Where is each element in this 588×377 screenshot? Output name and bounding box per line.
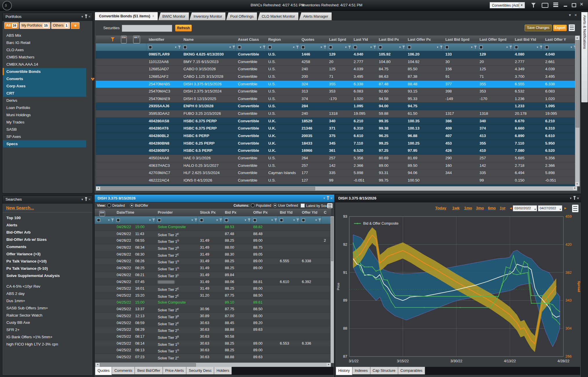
search-list-item[interactable]: Bid-Offer Arb xyxy=(3,229,92,236)
chart-tab[interactable]: Comparables xyxy=(398,367,425,374)
portfolio-list-item[interactable]: Corp Axes xyxy=(3,82,86,90)
quote-row[interactable]: 04/25/2208:59Solve Tier 2E30.6388.4589.2… xyxy=(95,320,331,327)
portfolio-list-item[interactable]: Muni Holdings xyxy=(3,111,92,119)
column-filter[interactable] xyxy=(96,43,146,51)
column-filter[interactable]: ▼ xyxy=(278,216,299,224)
chart-tab[interactable]: Cap Structure xyxy=(370,367,398,374)
search-list-item[interactable]: Comments xyxy=(3,243,92,250)
scrollbar-thumb[interactable] xyxy=(100,187,315,190)
vertical-scrollbar[interactable] xyxy=(330,216,334,363)
column-filter[interactable]: ▼ xyxy=(223,216,251,224)
chart-tab[interactable]: History xyxy=(336,367,352,375)
export-button[interactable]: Export xyxy=(553,25,567,31)
scrollbar-thumb[interactable] xyxy=(100,363,196,367)
column-header[interactable]: Last Offer Y xyxy=(543,36,577,43)
quote-row[interactable]: 04/26/2215:00Solve Composite88.5388.82 xyxy=(95,224,331,231)
column-header[interactable]: Name xyxy=(181,36,236,43)
quotes-tab[interactable]: Quotes xyxy=(95,367,112,375)
search-list-item[interactable]: CA 4-5% <10yr Rev xyxy=(3,283,92,290)
chevron-down-icon[interactable]: ▼ xyxy=(81,13,84,21)
history-chart[interactable]: 9392918988874594203823433042663/1/223/15… xyxy=(336,214,580,367)
quotes-tab[interactable]: Security Desc xyxy=(186,367,214,374)
column-header[interactable]: Date/Time xyxy=(114,209,155,216)
new-search-link[interactable]: New Search... xyxy=(6,205,92,210)
menu-icon[interactable] xyxy=(553,3,558,8)
portfolio-list-item[interactable]: ABS Mix xyxy=(3,32,92,39)
column-header[interactable]: Last Bid Px xyxy=(376,36,405,43)
column-filter[interactable]: ▼ xyxy=(543,43,577,51)
column-filter[interactable]: ▼ xyxy=(405,43,443,51)
quote-row[interactable]: 04/26/2208:25Solve Tier 1D31.4988.2589.0… xyxy=(95,265,331,272)
column-header[interactable]: Last Sprd xyxy=(327,36,351,43)
portfolio-list-item[interactable]: SP Axes xyxy=(3,133,92,140)
quotes-options-icon[interactable] xyxy=(327,203,332,208)
column-filter[interactable]: ▼ xyxy=(114,216,155,224)
portfolio-list-item[interactable]: Convertible Bonds xyxy=(3,68,86,75)
table-row[interactable]: 25470MAE9DISH 0 12/15/2025ConvertibleU.S… xyxy=(96,95,577,103)
column-filter[interactable]: ▼ xyxy=(236,43,266,51)
quote-row[interactable]: 04/26/2208:21Solve Tier 3C31.4989.84 xyxy=(95,272,331,279)
pin-icon[interactable] xyxy=(328,197,328,200)
search-list-item[interactable]: Px Talk Variance (>10) xyxy=(3,258,92,265)
table-row[interactable]: 404280BP3HSBC 6.5 PERPConvertibleU.K.169… xyxy=(96,147,577,155)
chevron-down-icon[interactable]: ▼ xyxy=(323,195,326,202)
portfolio-list-item[interactable]: CLO Axes xyxy=(3,46,92,53)
quote-row[interactable]: 04/26/2208:26Solve Tier 1D31.4988.2589.0… xyxy=(95,258,331,265)
column-header[interactable]: Offer Px xyxy=(251,209,278,216)
quote-row[interactable]: 04/25/2213:37Solve Tier 2E30.9687.7588.5… xyxy=(95,306,331,313)
portfolio-list-item[interactable]: My Trades xyxy=(3,119,92,126)
save-changes-button[interactable]: Save Changes xyxy=(525,25,552,31)
column-header[interactable]: Last Bid Sprd xyxy=(443,36,477,43)
filter-icon[interactable] xyxy=(111,37,115,41)
close-button[interactable]: × xyxy=(580,1,583,8)
quote-row[interactable]: 04/26/2208:34Solve Tier 2B31.4988.0088.7… xyxy=(95,244,331,251)
portfolio-list-item[interactable]: Converts xyxy=(3,75,86,82)
column-header[interactable]: Last Offer Sprd xyxy=(477,36,512,43)
horizontal-scrollbar[interactable]: ◄ ► xyxy=(96,186,577,191)
portfolio-filter-tab[interactable]: All16 xyxy=(4,22,19,29)
column-filter[interactable]: ▼ xyxy=(299,43,327,51)
radio-bid-offer[interactable]: Bid/Offer xyxy=(130,203,148,208)
quote-row[interactable]: 04/26/2211:43Solve Tier 2E87.4888.48 xyxy=(95,231,331,238)
scrollbar-thumb[interactable] xyxy=(331,217,333,261)
history-chart-svg[interactable]: 9392918988874594203823433042663/1/223/15… xyxy=(336,214,580,367)
column-header[interactable]: Last Bid Yld xyxy=(512,36,543,43)
close-icon[interactable]: × xyxy=(330,195,333,202)
search-list-item[interactable]: Solve Supplemental Analysis xyxy=(3,272,92,279)
quote-row[interactable]: 04/25/2208:14Solve Tier 1D30.6388.2589.0… xyxy=(95,340,331,347)
range-link-1mo[interactable]: 1mo xyxy=(464,206,472,210)
column-header[interactable]: Bid Yld xyxy=(278,209,299,216)
table-row[interactable]: 405024AA8HAE 0 3/1/2026ConvertibleU.S.26… xyxy=(96,155,577,162)
portfolio-list-item[interactable]: Derivs xyxy=(3,97,92,104)
column-header[interactable]: Asset Class xyxy=(236,36,266,43)
add-portfolio-button[interactable]: + xyxy=(71,22,80,29)
range-link-today[interactable]: Today xyxy=(435,206,446,210)
quote-row[interactable]: 04/25/2212:13Solve Tier 3B30.8987.0088.0… xyxy=(95,313,331,320)
close-icon[interactable]: × xyxy=(89,13,91,21)
pin-icon[interactable] xyxy=(574,197,575,200)
column-filter[interactable]: ▼ xyxy=(351,43,376,51)
column-filter[interactable]: ▼ xyxy=(299,216,321,224)
search-list-item[interactable]: high FICO High LTV 2-3% cpn xyxy=(3,341,92,348)
column-header[interactable]: Bid Px xyxy=(223,209,251,216)
portfolio-list-item[interactable]: Barc IG Retail xyxy=(3,39,92,46)
chart-options-icon[interactable] xyxy=(572,205,578,212)
range-link-1yr[interactable]: 1yr xyxy=(500,206,506,210)
close-tab-icon[interactable]: × xyxy=(152,14,154,18)
column-filter[interactable]: ▼ xyxy=(443,43,477,51)
date-to-select[interactable]: 04/27/2022▼ xyxy=(538,205,562,211)
search-list-item[interactable]: Custy BB Axe xyxy=(3,319,92,326)
date-from-select[interactable]: 03/02/2022▼ xyxy=(513,205,537,211)
table-row[interactable]: 29355AAJ6ENPH 0 3/1/2028ConvertibleU.S.2… xyxy=(96,103,577,110)
column-filter[interactable] xyxy=(321,216,331,224)
next-range-icon[interactable]: ► xyxy=(564,206,567,210)
search-list-item[interactable]: ABS 2 day xyxy=(3,290,92,297)
search-list-item[interactable]: Px Talk Variance (5-10) xyxy=(3,265,92,272)
column-filter[interactable]: ▼ xyxy=(512,43,543,51)
grid-options-icon[interactable] xyxy=(569,24,575,31)
column-filter[interactable]: ▼ xyxy=(181,43,236,51)
column-header[interactable]: Last Offer Px xyxy=(405,36,443,43)
portfolio-list-item[interactable]: CMBS Matchers xyxy=(3,53,92,61)
quote-row[interactable]: 04/25/2216:01Solve Tier 2E31.4988.2589.0… xyxy=(95,285,331,292)
column-filter[interactable]: ▼ xyxy=(266,43,299,51)
